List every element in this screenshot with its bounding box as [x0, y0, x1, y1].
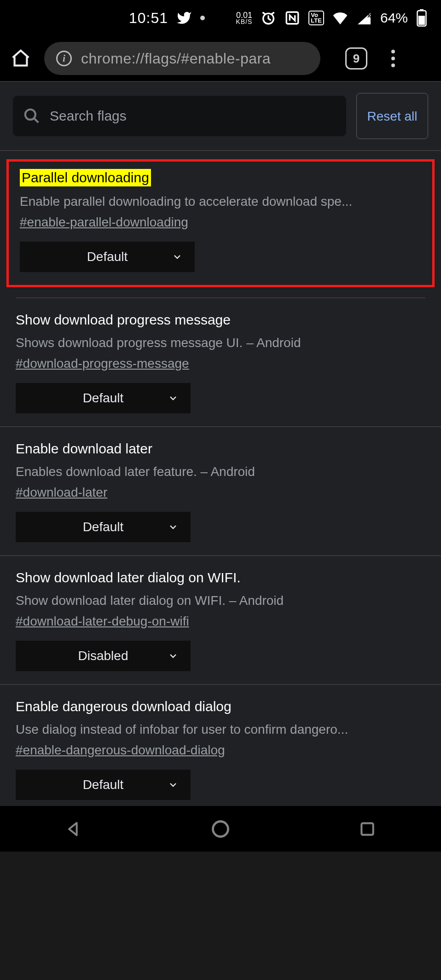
- chevron-down-icon: [168, 650, 179, 661]
- wifi-icon: [332, 12, 348, 24]
- page-content: Search flags Reset all Parallel download…: [0, 82, 441, 806]
- flag-hash-link[interactable]: #download-later: [16, 485, 107, 500]
- flag-select[interactable]: Default: [16, 770, 191, 800]
- home-button[interactable]: [8, 46, 33, 71]
- flag-item: Parallel downloading Enable parallel dow…: [17, 169, 424, 272]
- site-info-icon[interactable]: i: [56, 51, 72, 66]
- highlighted-flag-box: Parallel downloading Enable parallel dow…: [6, 159, 435, 287]
- reset-all-button[interactable]: Reset all: [356, 93, 428, 139]
- flag-select-value: Default: [83, 777, 124, 792]
- flag-select[interactable]: Disabled: [16, 641, 191, 671]
- svg-line-7: [35, 119, 39, 123]
- flag-select-value: Default: [83, 391, 124, 406]
- network-speed-indicator: 0.01 KB/S: [236, 12, 252, 25]
- svg-marker-8: [69, 823, 77, 835]
- status-time: 10:51: [129, 10, 168, 27]
- svg-point-6: [25, 110, 35, 120]
- twitter-icon: [176, 10, 192, 26]
- flag-item: Enable download later Enables download l…: [0, 427, 441, 556]
- chevron-down-icon: [168, 522, 179, 533]
- recents-button[interactable]: [355, 817, 379, 841]
- browser-toolbar: i chrome://flags/#enable-para 9: [0, 36, 441, 82]
- flag-select-value: Default: [87, 249, 128, 264]
- flag-select-value: Disabled: [78, 649, 128, 663]
- flag-hash-link[interactable]: #download-progress-message: [16, 356, 189, 371]
- svg-rect-10: [362, 823, 373, 835]
- search-icon: [23, 107, 41, 125]
- nfc-icon: [284, 10, 300, 26]
- flag-title: Enable download later: [16, 441, 152, 457]
- flag-description: Shows download progress message UI. – An…: [16, 333, 425, 353]
- flag-title: Parallel downloading: [20, 169, 151, 186]
- flag-title: Enable dangerous download dialog: [16, 699, 232, 714]
- svg-text:x: x: [367, 12, 371, 19]
- alarm-icon: [261, 10, 276, 26]
- tab-count-label: 9: [353, 52, 360, 66]
- url-bar[interactable]: i chrome://flags/#enable-para: [44, 42, 320, 75]
- search-input[interactable]: Search flags: [13, 96, 346, 136]
- flag-item: Show download progress message Shows dow…: [0, 298, 441, 427]
- signal-icon: x: [356, 12, 372, 24]
- flag-hash-link[interactable]: #enable-parallel-downloading: [20, 215, 188, 230]
- flag-item: Enable dangerous download dialog Use dia…: [0, 685, 441, 806]
- flag-item: Show download later dialog on WIFI. Show…: [0, 556, 441, 685]
- chevron-down-icon: [168, 779, 179, 790]
- home-nav-button[interactable]: [209, 817, 232, 841]
- flag-select[interactable]: Default: [16, 512, 191, 542]
- android-nav-bar: [0, 806, 441, 852]
- flag-title: Show download later dialog on WIFI.: [16, 570, 241, 586]
- svg-point-9: [213, 821, 228, 836]
- flag-title: Show download progress message: [16, 312, 231, 328]
- flag-description: Enable parallel downloading to accelerat…: [20, 192, 421, 211]
- search-placeholder: Search flags: [50, 108, 127, 124]
- url-text: chrome://flags/#enable-para: [81, 50, 271, 67]
- flag-select[interactable]: Default: [20, 242, 195, 272]
- battery-icon: [416, 9, 427, 27]
- reset-all-label: Reset all: [367, 108, 418, 124]
- chevron-down-icon: [172, 251, 183, 262]
- chevron-down-icon: [168, 393, 179, 404]
- flag-select-value: Default: [83, 520, 124, 534]
- flag-description: Use dialog instead of infobar for user t…: [16, 720, 425, 739]
- flag-hash-link[interactable]: #download-later-debug-on-wifi: [16, 614, 189, 629]
- android-status-bar: 10:51 0.01 KB/S VoLTE x 64%: [0, 0, 441, 36]
- svg-rect-4: [420, 9, 424, 11]
- flag-description: Enables download later feature. – Androi…: [16, 462, 425, 481]
- flags-search-row: Search flags Reset all: [0, 82, 441, 151]
- flag-description: Show download later dialog on WIFI. – An…: [16, 591, 425, 610]
- svg-rect-5: [418, 16, 425, 25]
- flag-hash-link[interactable]: #enable-dangerous-download-dialog: [16, 743, 225, 758]
- volte-icon: VoLTE: [308, 11, 324, 25]
- battery-percentage: 64%: [380, 10, 408, 26]
- flag-select[interactable]: Default: [16, 383, 191, 413]
- back-button[interactable]: [62, 817, 86, 841]
- dot-icon: [200, 16, 205, 20]
- tab-switcher-button[interactable]: 9: [345, 47, 367, 70]
- overflow-menu-button[interactable]: [384, 50, 402, 67]
